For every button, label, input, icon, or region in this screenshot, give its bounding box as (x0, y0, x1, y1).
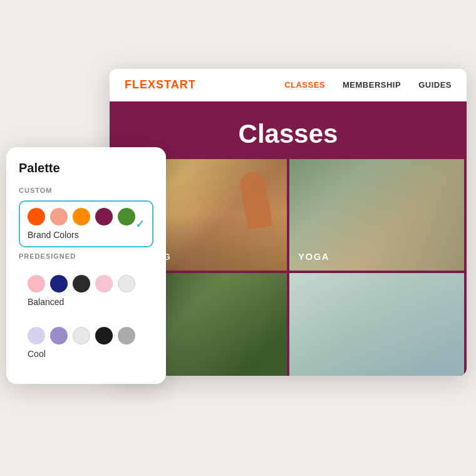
balanced-name: Balanced (28, 297, 145, 307)
brand-colors-name: Brand Colors (28, 230, 145, 240)
website-nav: FLEXSTART CLASSES MEMBERSHIP GUIDES (110, 69, 467, 101)
custom-section-label: CUSTOM (19, 187, 153, 194)
palette-option-brand-colors[interactable]: Brand Colors ✓ (19, 200, 153, 247)
palette-title: Palette (19, 161, 153, 175)
color-dot-2 (50, 208, 68, 225)
brand-colors-dots (28, 208, 145, 225)
grid-cell-yoga: YOGA (289, 159, 464, 271)
cool-dot-1 (28, 327, 45, 344)
nav-link-classes[interactable]: CLASSES (284, 80, 325, 90)
balanced-dot-3 (73, 275, 90, 292)
balanced-dot-5 (118, 275, 135, 292)
cool-dots (28, 327, 145, 344)
balanced-dot-4 (95, 275, 113, 292)
website-logo: FLEXSTART (125, 78, 284, 91)
nav-link-guides[interactable]: GUIDES (418, 80, 452, 90)
color-dot-4 (95, 208, 113, 225)
cool-dot-4 (95, 327, 113, 344)
cool-dot-3 (73, 327, 90, 344)
hero-title: Classes (110, 119, 467, 149)
palette-panel: Palette CUSTOM Brand Colors ✓ PREDESIGNE… (6, 147, 166, 384)
cell-label-yoga: YOGA (298, 251, 329, 262)
balanced-dot-1 (28, 275, 45, 292)
nav-link-membership[interactable]: MEMBERSHIP (343, 80, 401, 90)
color-dot-3 (73, 208, 90, 225)
cool-dot-2 (50, 327, 68, 344)
grid-cell-bottom-right (289, 273, 464, 376)
balanced-dot-2 (50, 275, 68, 292)
color-dot-1 (28, 208, 45, 225)
predesigned-section-label: PREDESIGNED (19, 252, 153, 260)
palette-option-cool[interactable]: Cool (19, 319, 153, 366)
cool-dot-5 (118, 327, 135, 344)
color-dot-5 (118, 208, 135, 225)
selected-checkmark: ✓ (135, 217, 145, 231)
cool-name: Cool (28, 349, 145, 359)
palette-option-balanced[interactable]: Balanced (19, 267, 153, 314)
nav-links: CLASSES MEMBERSHIP GUIDES (284, 80, 452, 90)
balanced-dots (28, 275, 145, 292)
